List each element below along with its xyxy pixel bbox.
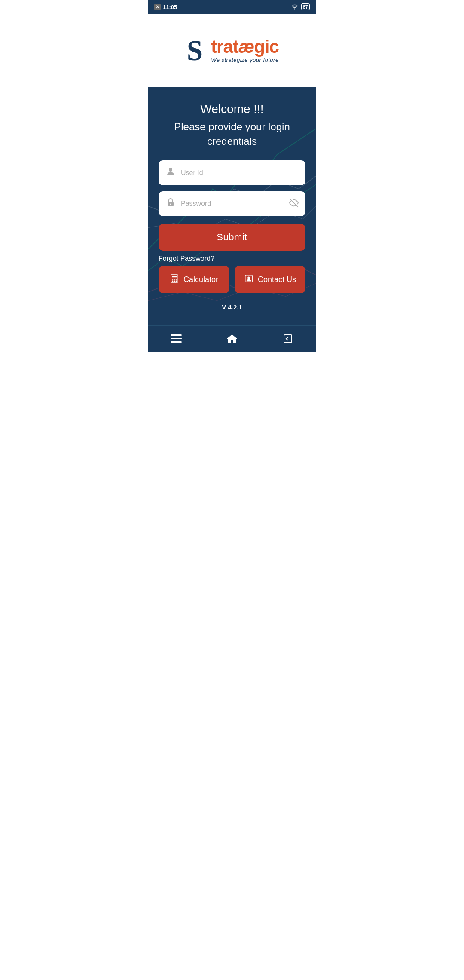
version-text: V 4.2.1 <box>159 303 305 311</box>
status-right: 87 <box>291 3 310 10</box>
menu-icon <box>171 334 182 343</box>
svg-text:S: S <box>187 35 203 65</box>
status-left: ✕ 11:05 <box>154 4 177 10</box>
contact-icon <box>244 274 253 285</box>
svg-rect-6 <box>172 276 177 278</box>
svg-rect-10 <box>172 281 173 282</box>
time-display: 11:05 <box>163 4 177 10</box>
menu-button[interactable] <box>162 332 190 346</box>
toggle-password-icon[interactable] <box>289 198 299 210</box>
logo-icon: S <box>185 35 211 65</box>
logo-container: S tratægic We strategize your future <box>185 35 279 65</box>
user-icon <box>165 166 176 179</box>
home-icon <box>226 334 238 344</box>
svg-rect-15 <box>171 334 182 336</box>
form-container: Submit <box>159 160 305 251</box>
calculator-icon <box>170 274 179 285</box>
forgot-password-link[interactable]: Forgot Password? <box>159 255 305 263</box>
userid-input-wrapper <box>159 160 305 185</box>
action-buttons: Calculator Contact Us <box>159 266 305 293</box>
welcome-text: Welcome !!! Please provide your login cr… <box>159 102 305 148</box>
home-button[interactable] <box>218 331 246 346</box>
password-input[interactable] <box>181 200 284 208</box>
welcome-subtitle: Please provide your login credentials <box>159 119 305 148</box>
notification-icon: ✕ <box>154 4 161 10</box>
battery-level: 87 <box>303 4 308 9</box>
svg-rect-11 <box>174 281 175 282</box>
svg-rect-12 <box>176 281 177 282</box>
submit-button[interactable]: Submit <box>159 224 305 251</box>
tagline: We strategize your future <box>211 57 279 63</box>
contact-label: Contact Us <box>258 275 296 284</box>
svg-rect-7 <box>172 279 173 280</box>
bottom-nav <box>148 325 316 352</box>
logo-text: tratægic We strategize your future <box>211 38 279 63</box>
svg-rect-16 <box>171 338 182 339</box>
password-input-wrapper <box>159 191 305 216</box>
svg-point-14 <box>247 277 250 279</box>
svg-marker-18 <box>227 334 237 343</box>
back-icon <box>282 334 293 343</box>
lock-icon <box>165 197 176 210</box>
svg-rect-17 <box>171 341 182 343</box>
calculator-label: Calculator <box>183 275 218 284</box>
contact-us-button[interactable]: Contact Us <box>235 266 305 293</box>
wifi-icon <box>291 4 299 10</box>
svg-point-3 <box>170 204 171 205</box>
battery-indicator: 87 <box>301 3 310 10</box>
brand-name: tratægic <box>211 38 279 56</box>
svg-rect-19 <box>284 335 292 343</box>
welcome-title: Welcome !!! <box>159 102 305 116</box>
svg-rect-9 <box>176 279 177 280</box>
svg-point-1 <box>169 168 172 172</box>
status-bar: ✕ 11:05 87 <box>148 0 316 14</box>
calculator-button[interactable]: Calculator <box>159 266 229 293</box>
login-section: Welcome !!! Please provide your login cr… <box>148 87 316 325</box>
svg-rect-8 <box>174 279 175 280</box>
userid-input[interactable] <box>181 169 299 177</box>
logo-section: S tratægic We strategize your future <box>148 14 316 87</box>
back-button[interactable] <box>274 331 302 346</box>
